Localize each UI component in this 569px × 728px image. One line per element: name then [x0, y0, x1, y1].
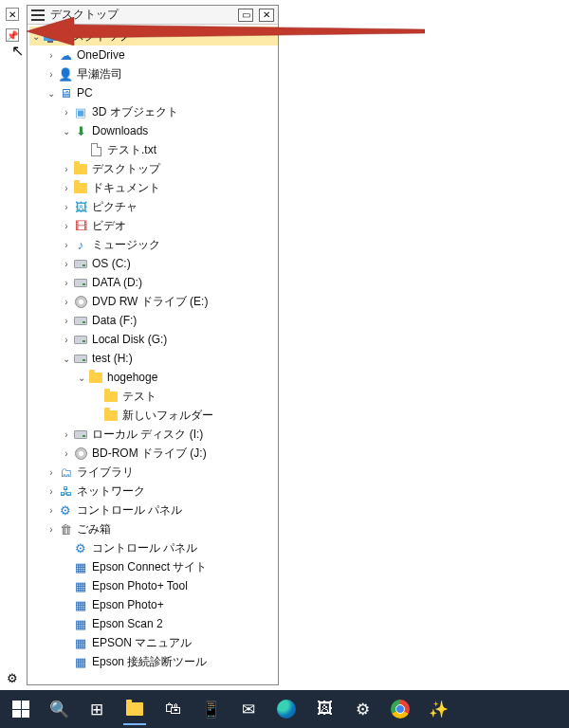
- chevron-right-icon[interactable]: ›: [60, 221, 73, 231]
- taskbar-taskview[interactable]: ⊞: [80, 692, 114, 726]
- pc-icon: 🖥: [58, 85, 73, 100]
- tree-item-label: デスクトップ: [92, 161, 160, 177]
- app-name-label: Filerac.x64: [0, 563, 2, 614]
- epson-icon: ▦: [73, 559, 88, 574]
- tree-item[interactable]: ⌄test (H:): [29, 349, 278, 368]
- tree-item[interactable]: ▦Epson Photo+ Tool: [29, 576, 278, 595]
- tree-item[interactable]: ›Local Disk (G:): [29, 330, 278, 349]
- taskbar-edge[interactable]: [269, 692, 303, 726]
- tree-item[interactable]: ›🗂ライブラリ: [29, 463, 278, 482]
- taskbar-app[interactable]: ✨: [421, 692, 455, 726]
- tree-item-label: Downloads: [92, 124, 148, 137]
- tree-item[interactable]: ›デスクトップ: [29, 159, 278, 178]
- 3d-icon: ▣: [73, 104, 88, 119]
- taskbar-chrome[interactable]: [383, 692, 417, 726]
- chevron-right-icon[interactable]: ›: [60, 164, 73, 174]
- menu-icon[interactable]: [31, 9, 45, 21]
- tree-item-label: BD-ROM ドライブ (J:): [92, 446, 207, 462]
- tree-item[interactable]: ›♪ミュージック: [29, 235, 278, 254]
- tree-item[interactable]: ›👤早瀬浩司: [29, 64, 278, 83]
- taskbar-store[interactable]: 🛍: [156, 692, 190, 726]
- chevron-right-icon[interactable]: ›: [60, 316, 73, 326]
- close-icon[interactable]: ✕: [6, 8, 19, 21]
- tree-item-label: ミュージック: [92, 237, 160, 253]
- tree-item[interactable]: ▦Epson Photo+: [29, 595, 278, 614]
- tree-item[interactable]: ⚙コントロール パネル: [29, 538, 278, 557]
- tree-item[interactable]: ›ローカル ディスク (I:): [29, 425, 278, 444]
- tree-item-label: 3D オブジェクト: [92, 104, 178, 120]
- tree-item[interactable]: ›BD-ROM ドライブ (J:): [29, 444, 278, 463]
- taskbar-mail[interactable]: ✉: [231, 692, 266, 726]
- tree-item-label: hogehoge: [107, 371, 157, 384]
- tree-item[interactable]: ›DATA (D:): [29, 273, 278, 292]
- tree-item-label: ライブラリ: [77, 464, 134, 481]
- tree-item[interactable]: ▦Epson Scan 2: [29, 614, 278, 633]
- chevron-down-icon[interactable]: ⌄: [60, 126, 73, 136]
- tree-item[interactable]: ⌄⬇Downloads: [29, 121, 278, 140]
- taskbar-explorer[interactable]: [118, 692, 152, 726]
- drive-icon: [73, 313, 88, 328]
- titlebar: デスクトップ ▭ ✕: [28, 6, 278, 25]
- gear-icon[interactable]: ⚙: [6, 671, 19, 684]
- chevron-right-icon[interactable]: ›: [45, 467, 58, 478]
- taskbar-photos[interactable]: 🖼: [307, 692, 341, 726]
- chevron-down-icon[interactable]: ⌄: [75, 373, 88, 383]
- chevron-right-icon[interactable]: ›: [60, 183, 73, 193]
- chevron-right-icon[interactable]: ›: [60, 278, 73, 288]
- tree-item[interactable]: ›🗑ごみ箱: [29, 519, 278, 538]
- tree-item[interactable]: テスト: [29, 387, 278, 406]
- tree-item-label: デスクトップ: [62, 28, 130, 45]
- chevron-right-icon[interactable]: ›: [60, 297, 73, 307]
- chevron-right-icon[interactable]: ›: [45, 69, 58, 80]
- chevron-right-icon[interactable]: ›: [60, 202, 73, 212]
- chevron-down-icon[interactable]: ⌄: [60, 354, 73, 364]
- tree-item[interactable]: ›▣3D オブジェクト: [29, 102, 278, 121]
- tree-item[interactable]: ›OS (C:): [29, 254, 278, 273]
- taskbar-start[interactable]: [4, 692, 38, 726]
- taskbar-settings[interactable]: ⚙: [345, 692, 379, 726]
- tree-item[interactable]: ›🖧ネットワーク: [29, 482, 278, 500]
- tree-item-label: OneDrive: [77, 48, 125, 62]
- epson-icon: ▦: [73, 654, 88, 669]
- tree-item-label: コントロール パネル: [77, 502, 182, 519]
- restore-button[interactable]: ▭: [238, 9, 253, 22]
- chevron-right-icon[interactable]: ›: [60, 107, 73, 118]
- chevron-right-icon[interactable]: ›: [60, 335, 73, 345]
- folder-icon: [103, 389, 119, 404]
- tree-item[interactable]: ▦Epson Connect サイト: [29, 557, 278, 576]
- tree-item[interactable]: ›☁OneDrive: [29, 46, 278, 64]
- tree-item[interactable]: ▦EPSON マニュアル: [29, 633, 278, 652]
- pin-icon[interactable]: 📌: [6, 28, 19, 42]
- file-tree[interactable]: ⌄デスクトップ›☁OneDrive›👤早瀬浩司⌄🖥PC›▣3D オブジェクト⌄⬇…: [28, 25, 278, 684]
- tree-item[interactable]: 新しいフォルダー: [29, 406, 278, 425]
- chevron-down-icon[interactable]: ⌄: [29, 31, 43, 42]
- tree-item[interactable]: ⌄hogehoge: [29, 368, 278, 387]
- chevron-right-icon[interactable]: ›: [60, 429, 73, 440]
- chevron-down-icon[interactable]: ⌄: [45, 88, 58, 99]
- chevron-right-icon[interactable]: ›: [45, 524, 58, 535]
- tree-item-label: Epson 接続診断ツール: [92, 654, 207, 670]
- chevron-right-icon[interactable]: ›: [45, 50, 58, 61]
- tree-item[interactable]: ⌄デスクトップ: [29, 27, 278, 46]
- dvd-icon: [73, 294, 88, 309]
- chevron-right-icon[interactable]: ›: [60, 448, 73, 459]
- tree-item[interactable]: ›Data (F:): [29, 311, 278, 330]
- tree-item-label: Local Disk (G:): [92, 333, 167, 346]
- taskbar-search[interactable]: 🔍: [42, 692, 76, 726]
- tree-item[interactable]: ▦Epson 接続診断ツール: [29, 652, 278, 671]
- chevron-right-icon[interactable]: ›: [60, 259, 73, 269]
- drive-icon: [73, 256, 88, 271]
- tree-item[interactable]: ›🎞ビデオ: [29, 216, 278, 235]
- tree-item[interactable]: ›⚙コントロール パネル: [29, 500, 278, 519]
- tree-item[interactable]: ›🖼ピクチャ: [29, 197, 278, 216]
- tree-item[interactable]: ›ドキュメント: [29, 178, 278, 197]
- tree-item[interactable]: ⌄🖥PC: [29, 83, 278, 102]
- taskbar-phone[interactable]: 📱: [193, 692, 228, 726]
- chevron-right-icon[interactable]: ›: [45, 505, 58, 516]
- tree-item[interactable]: ›DVD RW ドライブ (E:): [29, 292, 278, 311]
- chevron-right-icon[interactable]: ›: [60, 240, 73, 250]
- close-button[interactable]: ✕: [259, 9, 274, 22]
- tree-item-label: 新しいフォルダー: [122, 408, 213, 424]
- tree-item[interactable]: テスト.txt: [29, 140, 278, 159]
- chevron-right-icon[interactable]: ›: [45, 486, 58, 497]
